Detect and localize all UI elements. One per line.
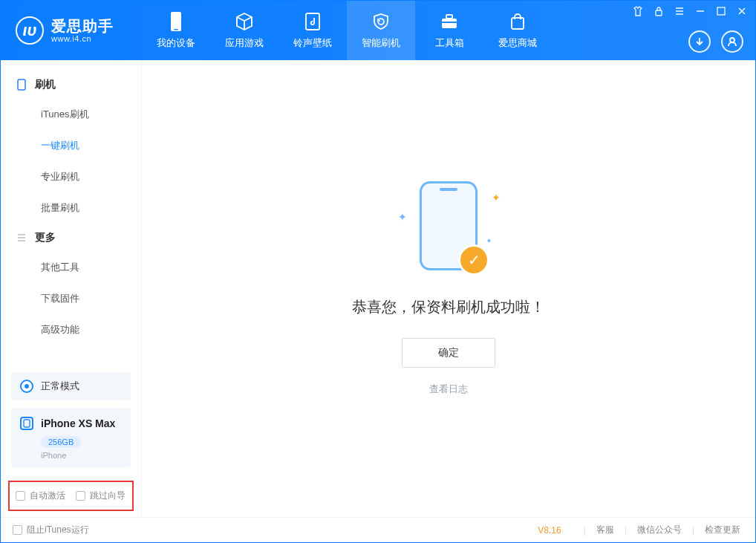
svg-rect-1 <box>174 29 178 30</box>
app-subtitle: www.i4.cn <box>51 34 114 43</box>
nav-smart-flash[interactable]: 智能刷机 <box>347 1 415 60</box>
svg-rect-3 <box>442 19 457 28</box>
checkmark-badge-icon: ✓ <box>460 247 487 273</box>
svg-rect-0 <box>171 12 181 31</box>
footer-link-support[interactable]: 客服 <box>593 524 617 536</box>
status-dot-icon <box>20 380 33 393</box>
nav-label: 铃声壁纸 <box>293 36 332 50</box>
logo-text: 爱思助手 www.i4.cn <box>51 18 114 43</box>
nav-store[interactable]: 爱思商城 <box>483 1 552 60</box>
music-file-icon <box>302 11 323 32</box>
sidebar-scroll: 刷机 iTunes刷机 一键刷机 专业刷机 批量刷机 更多 其他工具 下载固件 … <box>1 60 141 368</box>
bag-icon <box>507 11 528 32</box>
maximize-button[interactable] <box>715 5 727 17</box>
sidebar-item-pro-flash[interactable]: 专业刷机 <box>1 161 141 192</box>
device-type: iPhone <box>41 451 122 460</box>
sidebar-item-batch-flash[interactable]: 批量刷机 <box>1 192 141 224</box>
nav-label: 应用游戏 <box>225 36 264 50</box>
window-controls <box>632 5 748 17</box>
mode-status-card[interactable]: 正常模式 <box>11 372 131 400</box>
checkbox-skip-guide[interactable]: 跳过向导 <box>76 490 126 502</box>
lock-icon[interactable] <box>653 5 665 17</box>
device-card[interactable]: iPhone XS Max 256GB iPhone <box>11 408 131 467</box>
checkbox-label: 阻止iTunes运行 <box>27 524 89 536</box>
top-nav: 我的设备 应用游戏 铃声壁纸 智能刷机 工具箱 爱思商城 <box>142 1 552 60</box>
app-window: ιυ 爱思助手 www.i4.cn 我的设备 应用游戏 铃声壁纸 智能刷机 <box>0 0 756 543</box>
nav-toolbox[interactable]: 工具箱 <box>415 1 483 60</box>
ok-button[interactable]: 确定 <box>402 338 495 368</box>
app-title: 爱思助手 <box>51 18 114 34</box>
sidebar-item-itunes-flash[interactable]: iTunes刷机 <box>1 99 141 130</box>
sparkle-icon: ✦ <box>398 211 405 218</box>
nav-label: 智能刷机 <box>362 36 400 50</box>
phone-icon <box>16 79 27 91</box>
body: 刷机 iTunes刷机 一键刷机 专业刷机 批量刷机 更多 其他工具 下载固件 … <box>1 60 755 517</box>
checkbox-icon <box>76 491 85 501</box>
checkbox-icon <box>16 491 25 501</box>
checkbox-auto-activate[interactable]: 自动激活 <box>16 490 65 502</box>
device-row: iPhone XS Max <box>20 417 122 430</box>
sidebar: 刷机 iTunes刷机 一键刷机 专业刷机 批量刷机 更多 其他工具 下载固件 … <box>1 60 142 517</box>
sidebar-item-other-tools[interactable]: 其他工具 <box>1 252 141 283</box>
footer-link-check-update[interactable]: 检查更新 <box>702 524 743 536</box>
close-button[interactable] <box>736 5 748 17</box>
checkbox-label: 跳过向导 <box>90 490 126 502</box>
sidebar-item-advanced[interactable]: 高级功能 <box>1 314 141 345</box>
mode-status-label: 正常模式 <box>41 380 79 393</box>
phone-outline-icon <box>20 417 33 430</box>
separator: | <box>692 525 694 536</box>
nav-label: 爱思商城 <box>498 36 537 50</box>
nav-label: 我的设备 <box>157 36 195 50</box>
menu-icon[interactable] <box>674 5 685 17</box>
main-content: ✦ ✦ • ✓ 恭喜您，保资料刷机成功啦！ 确定 查看日志 <box>142 60 755 517</box>
highlighted-options-box: 自动激活 跳过向导 <box>8 481 134 511</box>
svg-rect-12 <box>24 420 30 427</box>
nav-ringtone-wallpaper[interactable]: 铃声壁纸 <box>278 1 347 60</box>
success-illustration: ✦ ✦ • ✓ <box>389 181 508 278</box>
download-button[interactable] <box>688 30 711 53</box>
svg-rect-6 <box>512 18 524 29</box>
device-capacity-badge: 256GB <box>41 436 81 448</box>
shirt-icon[interactable] <box>632 5 644 17</box>
nav-label: 工具箱 <box>435 36 464 50</box>
minimize-button[interactable] <box>694 5 706 17</box>
sidebar-group-flash: 刷机 <box>1 71 141 99</box>
sidebar-group-more: 更多 <box>1 224 141 252</box>
checkbox-block-itunes[interactable]: 阻止iTunes运行 <box>13 524 89 536</box>
svg-rect-11 <box>18 79 25 90</box>
separator: | <box>584 525 586 536</box>
sidebar-group-title: 刷机 <box>35 78 56 91</box>
cube-icon <box>234 11 255 32</box>
svg-point-10 <box>730 38 734 42</box>
logo-area: ιυ 爱思助手 www.i4.cn <box>1 1 142 60</box>
user-button[interactable] <box>721 30 743 53</box>
refresh-shield-icon <box>371 11 391 32</box>
toolbox-icon <box>439 11 460 32</box>
sidebar-item-download-firmware[interactable]: 下载固件 <box>1 283 141 314</box>
checkbox-label: 自动激活 <box>30 490 65 502</box>
device-icon <box>166 11 186 32</box>
version-label: V8.16 <box>538 525 561 536</box>
titlebar: ιυ 爱思助手 www.i4.cn 我的设备 应用游戏 铃声壁纸 智能刷机 <box>1 1 755 60</box>
sparkle-icon: • <box>487 235 495 242</box>
success-message: 恭喜您，保资料刷机成功啦！ <box>352 297 545 317</box>
nav-apps-games[interactable]: 应用游戏 <box>210 1 278 60</box>
header-right-actions <box>688 30 743 53</box>
sparkle-icon: ✦ <box>492 192 499 199</box>
svg-rect-4 <box>446 15 452 19</box>
device-name: iPhone XS Max <box>41 417 115 429</box>
logo-icon: ιυ <box>16 16 44 45</box>
footer: 阻止iTunes运行 V8.16 | 客服 | 微信公众号 | 检查更新 <box>1 517 755 542</box>
svg-rect-7 <box>656 10 662 16</box>
view-log-link[interactable]: 查看日志 <box>429 383 468 396</box>
checkbox-icon <box>13 525 22 535</box>
svg-rect-5 <box>442 22 457 23</box>
nav-my-device[interactable]: 我的设备 <box>142 1 210 60</box>
footer-link-wechat[interactable]: 微信公众号 <box>634 524 685 536</box>
svg-rect-9 <box>717 7 725 15</box>
list-icon <box>16 232 27 244</box>
sidebar-item-onekey-flash[interactable]: 一键刷机 <box>1 130 141 161</box>
sidebar-group-title: 更多 <box>35 231 56 244</box>
separator: | <box>625 525 627 536</box>
